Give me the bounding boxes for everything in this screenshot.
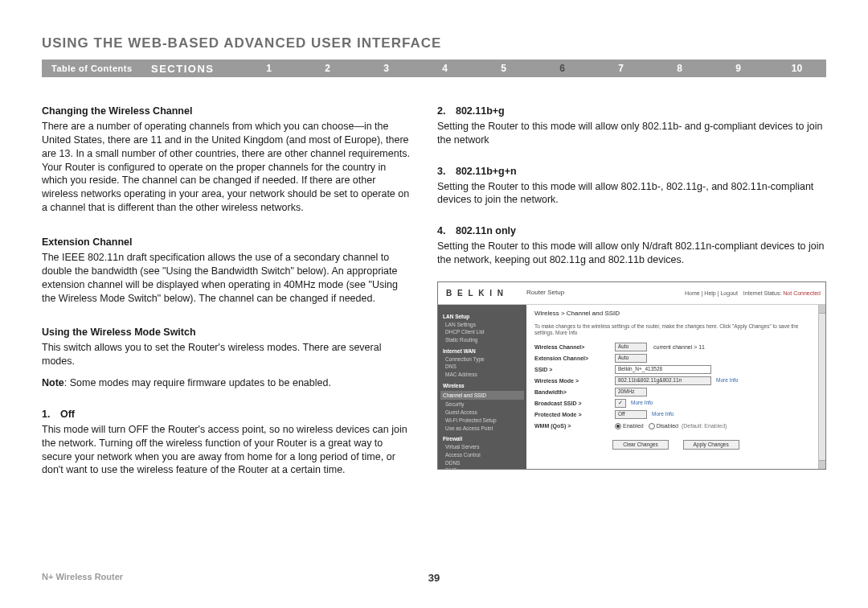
sidebar-dmz[interactable]: DMZ bbox=[443, 466, 522, 469]
sidebar-mac[interactable]: MAC Address bbox=[443, 371, 522, 379]
wmm-default: (Default: Enabled) bbox=[682, 422, 727, 429]
heading-wireless-channel: Changing the Wireless Channel bbox=[42, 105, 410, 118]
sidebar-dhcp[interactable]: DHCP Client List bbox=[443, 328, 522, 336]
page-footer: N+ Wireless Router 39 bbox=[42, 572, 826, 584]
section-link-3[interactable]: 3 bbox=[357, 63, 416, 74]
more-info-bs[interactable]: More Info bbox=[631, 400, 653, 407]
page-title: USING THE WEB-BASED ADVANCED USER INTERF… bbox=[42, 35, 826, 51]
section-link-10[interactable]: 10 bbox=[768, 63, 826, 74]
sidebar-wps[interactable]: Wi-Fi Protected Setup bbox=[443, 417, 522, 425]
status-not-connected: Not Connected bbox=[781, 290, 821, 296]
page-number: 39 bbox=[428, 572, 440, 584]
belkin-logo: B E L K I N bbox=[438, 288, 526, 299]
heading-mode-n: 4. 802.11n only bbox=[437, 224, 826, 238]
left-column: Changing the Wireless Channel There are … bbox=[42, 105, 410, 479]
sidebar-channel-ssid[interactable]: Channel and SSID bbox=[440, 391, 524, 401]
para-mode-bg: Setting the Router to this mode will all… bbox=[437, 120, 826, 147]
heading-wireless-mode: Using the Wireless Mode Switch bbox=[42, 326, 410, 339]
label-broadcast-ssid: Broadcast SSID > bbox=[534, 400, 615, 407]
sidebar-firewall[interactable]: Firewall bbox=[443, 435, 522, 443]
note-label: Note bbox=[42, 377, 64, 388]
label-bandwidth: Bandwidth> bbox=[534, 388, 615, 396]
section-link-8[interactable]: 8 bbox=[650, 63, 709, 74]
clear-changes-button[interactable]: Clear Changes bbox=[612, 440, 668, 450]
more-info-wm[interactable]: More Info bbox=[716, 377, 738, 384]
scrollbar[interactable] bbox=[818, 305, 825, 469]
note-line: Note: Some modes may require firmware up… bbox=[42, 376, 410, 390]
sidebar-security[interactable]: Security bbox=[443, 401, 522, 409]
label-protected-mode: Protected Mode > bbox=[534, 411, 615, 418]
para-wireless-mode: This switch allows you to set the Router… bbox=[42, 341, 410, 368]
section-link-6[interactable]: 6 bbox=[533, 63, 592, 74]
select-wireless-channel[interactable]: Auto bbox=[615, 343, 647, 351]
label-wmm: WMM (QoS) > bbox=[534, 422, 615, 429]
breadcrumb: Wireless > Channel and SSID bbox=[534, 310, 817, 318]
apply-changes-button[interactable]: Apply Changes bbox=[683, 440, 739, 450]
heading-mode-bgn: 3. 802.11b+g+n bbox=[437, 165, 826, 179]
para-wireless-channel: There are a number of operating channels… bbox=[42, 120, 410, 215]
select-wireless-mode[interactable]: 802.11b&802.11g&802.11n bbox=[615, 376, 711, 385]
wmm-enabled-label: Enabled bbox=[623, 422, 644, 429]
section-link-4[interactable]: 4 bbox=[416, 63, 474, 74]
router-main-panel: Wireless > Channel and SSID To make chan… bbox=[526, 305, 825, 469]
checkbox-broadcast-ssid[interactable]: ✓ bbox=[615, 399, 626, 408]
label-wireless-channel: Wireless Channel> bbox=[534, 343, 615, 351]
wmm-disabled-label: Disabled bbox=[657, 422, 678, 429]
status-bar: Home | Help | Logout Internet Status: No… bbox=[564, 290, 825, 297]
right-column: 2. 802.11b+g Setting the Router to this … bbox=[437, 105, 826, 479]
sidebar-guest[interactable]: Guest Access bbox=[443, 409, 522, 417]
sidebar-uap[interactable]: Use as Access Point bbox=[443, 425, 522, 433]
note-text: : Some modes may require firmware update… bbox=[64, 377, 331, 388]
section-link-5[interactable]: 5 bbox=[474, 63, 533, 74]
router-sidebar: LAN Setup LAN Settings DHCP Client List … bbox=[438, 305, 526, 469]
sidebar-conn[interactable]: Connection Type bbox=[443, 355, 522, 364]
radio-wmm-enabled[interactable] bbox=[615, 423, 621, 429]
sidebar-vs[interactable]: Virtual Servers bbox=[443, 443, 522, 451]
para-mode-n: Setting the Router to this mode will all… bbox=[437, 240, 826, 267]
label-extension-channel: Extension Channel> bbox=[534, 355, 615, 362]
section-link-7[interactable]: 7 bbox=[592, 63, 650, 74]
sidebar-static[interactable]: Static Routing bbox=[443, 336, 522, 344]
more-info-pm[interactable]: More Info bbox=[652, 411, 674, 418]
sections-label: SECTIONS bbox=[151, 63, 240, 75]
section-link-2[interactable]: 2 bbox=[298, 63, 357, 74]
sidebar-ac[interactable]: Access Control bbox=[443, 451, 522, 459]
router-ui-screenshot: B E L K I N Router Setup Home | Help | L… bbox=[437, 281, 826, 470]
router-setup-label: Router Setup bbox=[526, 289, 564, 298]
select-bandwidth[interactable]: 20MHz bbox=[615, 388, 647, 396]
radio-wmm-disabled[interactable] bbox=[649, 423, 655, 429]
heading-extension-channel: Extension Channel bbox=[42, 236, 410, 249]
sidebar-ddns[interactable]: DDNS bbox=[443, 459, 522, 467]
input-ssid[interactable]: Belkin_N+_413528 bbox=[615, 365, 711, 374]
para-mode-bgn: Setting the Router to this mode will all… bbox=[437, 180, 826, 207]
section-link-9[interactable]: 9 bbox=[709, 63, 768, 74]
toc-link[interactable]: Table of Contents bbox=[42, 64, 154, 73]
heading-mode-off: 1. Off bbox=[42, 408, 410, 421]
heading-mode-bg: 2. 802.11b+g bbox=[437, 105, 826, 118]
sidebar-lan-settings[interactable]: LAN Settings bbox=[443, 321, 522, 329]
help-text: To make changes to the wireless settings… bbox=[534, 323, 817, 337]
label-ssid: SSID > bbox=[534, 366, 615, 373]
sidebar-wan[interactable]: Internet WAN bbox=[443, 347, 522, 355]
section-nav: Table of Contents SECTIONS 1 2 3 4 5 6 7… bbox=[42, 60, 826, 77]
sidebar-lan-setup[interactable]: LAN Setup bbox=[443, 313, 522, 321]
select-protected-mode[interactable]: Off bbox=[615, 410, 647, 419]
sidebar-wireless[interactable]: Wireless bbox=[443, 382, 522, 390]
para-extension-channel: The IEEE 802.11n draft specification all… bbox=[42, 251, 410, 306]
sidebar-dns[interactable]: DNS bbox=[443, 363, 522, 371]
current-channel: current channel > 11 bbox=[653, 343, 705, 351]
select-extension-channel[interactable]: Auto bbox=[615, 354, 647, 363]
section-link-1[interactable]: 1 bbox=[240, 63, 298, 74]
footer-product: N+ Wireless Router bbox=[42, 572, 428, 584]
label-wireless-mode: Wireless Mode > bbox=[534, 377, 615, 384]
para-mode-off: This mode will turn OFF the Router's acc… bbox=[42, 423, 410, 478]
status-links[interactable]: Home | Help | Logout Internet Status: bbox=[685, 290, 781, 296]
